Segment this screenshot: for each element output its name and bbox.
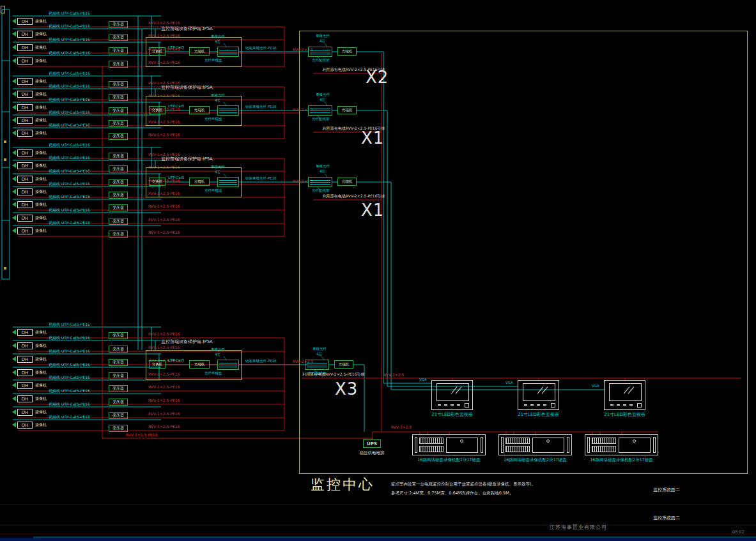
camera-node-icon	[12, 409, 16, 415]
dvr-power-button-icon	[460, 439, 463, 443]
fiber-terminal-box	[217, 360, 239, 370]
monitor-control-icon	[623, 404, 626, 406]
receiver-id: X1	[361, 130, 384, 146]
camera-node-icon	[12, 383, 16, 388]
monitor-control-icon	[451, 404, 454, 406]
transformer: 变压器	[109, 204, 128, 211]
protection-box-title: 监控前端设备保护箱:IP5A	[161, 157, 213, 162]
ups-caption: 稳压供电电源	[349, 451, 395, 455]
video-cable-label: 视频线 UTP-Cat5-PE16	[49, 389, 90, 393]
optical-transceiver: 光端机	[189, 178, 210, 186]
camera-label: 摄像机	[35, 229, 47, 232]
fiber-tray-lines-icon	[310, 179, 330, 185]
fiber-label-1: 单模光纤	[316, 93, 330, 97]
transformer: 变压器	[109, 165, 128, 172]
monitor-control-icon	[617, 404, 620, 406]
dvr-label: 16路网络硬盘录像机配2块1T硬盘	[405, 458, 493, 462]
camera-node-icon	[12, 19, 16, 24]
dvr-vent-icon	[592, 438, 616, 444]
monitor-power-led-icon	[465, 403, 469, 408]
optical-transceiver: 光端机	[189, 360, 210, 369]
camera-node-icon	[12, 79, 16, 84]
power-cable-label: RVV-1×2.5-PE16	[148, 399, 180, 402]
video-cable-label: 视频线 UTP-Cat5-PE16	[49, 143, 90, 147]
dvr-side-rail-icon	[501, 437, 504, 453]
dvr-side-rail-icon	[653, 437, 656, 453]
transformer: 变压器	[109, 153, 128, 160]
power-cable-label: RVV-1×2.5-PE16	[148, 218, 180, 222]
video-cable-label: 视频线 UTP-Cat5-PE16	[49, 110, 90, 114]
switch-device: 交换机	[149, 47, 166, 56]
transformer: 变压器	[109, 359, 128, 366]
dvr-power-button-icon	[633, 439, 636, 443]
transformer: 变压器	[109, 231, 128, 238]
video-cable-label: 视频线 UTP-Cat5-PE16	[49, 11, 90, 15]
camera-node-icon	[12, 202, 16, 207]
transformer: 变压器	[109, 120, 128, 127]
monitor-label: 21寸LED彩色监视器	[422, 413, 482, 417]
camera-label: 摄像机	[35, 190, 47, 194]
fiber-tray-lines-icon	[219, 49, 237, 55]
fiber-terminal-box	[217, 47, 239, 57]
monitor-power-bus-label: RVV-3×2.5	[383, 373, 404, 377]
protection-box-title: 监控前端设备保护箱:IP5A	[161, 340, 213, 344]
fiber-label-2: 4芯	[215, 40, 220, 44]
video-cable-label: 视频线 UTP-Cat5-PE16	[49, 349, 90, 353]
video-cable-label: 视频线 UTP-Cat5-PE16	[49, 84, 90, 88]
monitor-screen-icon	[523, 383, 555, 401]
video-cable-label: 视频线 UTP-Cat5-PE16	[49, 98, 90, 102]
monitor	[604, 380, 645, 410]
camera-symbol: OH	[17, 356, 33, 363]
camera-symbol: OH	[17, 409, 33, 416]
camera-label: 摄像机	[35, 92, 47, 96]
power-cable-label: RVV-1×2.5-PE16	[148, 231, 180, 234]
power-cable-label: RVV-1×2.5-PE16	[148, 133, 180, 137]
transformer: 变压器	[109, 94, 128, 101]
camera-label: 摄像机	[35, 330, 47, 334]
monitor-control-icon	[610, 404, 613, 406]
fiber-tray-lines-icon	[219, 107, 237, 114]
transformer: 变压器	[109, 107, 128, 114]
fiber-box-label: 光纤终端盒	[204, 118, 222, 121]
dvr-side-rail-icon	[481, 437, 483, 453]
camera-label: 摄像机	[35, 177, 47, 181]
optical-transceiver: 光端机	[334, 360, 353, 369]
monitor-control-icon	[543, 404, 546, 406]
video-cable-label: 视频线 UTP-Cat5-PE16	[49, 336, 90, 340]
uplink-cable-label: 铠装单模光纤-PE16	[245, 105, 277, 109]
power-cable-label: RVV-1×2.5-PE16	[148, 425, 180, 429]
video-cable-label: 视频线 UTP-Cat5-PE16	[49, 51, 90, 55]
video-cable-label: 视频线 UTP-Cat5-PE16	[49, 376, 90, 379]
camera-symbol: OH	[17, 342, 33, 349]
fiber-patch-device	[308, 177, 332, 187]
uplink-cable-label: 铠装单模光纤-PE16	[245, 360, 277, 363]
fiber-label-1: 单模光纤	[211, 35, 225, 39]
camera-node-icon	[12, 330, 16, 335]
reuse-cable-note: 利用原有电缆RVV-2×2.5-PE16引接	[323, 126, 385, 130]
camera-label: 摄像机	[35, 45, 47, 49]
optical-transceiver: 光端机	[189, 47, 210, 56]
video-cable-label: 视频线 UTP-Cat5-PE16	[49, 208, 90, 212]
sheet-label-2: 监控系统图二	[653, 516, 680, 521]
fiber-terminal-box	[217, 177, 239, 187]
dvr-power-bus-label: RVV-3×2.5	[391, 425, 412, 429]
fiber-box-label: 光纤终端盒	[204, 59, 222, 63]
video-cable-label: 视频线 UTP-Cat5-PE16	[49, 169, 90, 173]
monitor	[431, 380, 473, 410]
switch-device: 交换机	[149, 106, 166, 114]
bottom-border-strip	[0, 538, 756, 541]
camera-symbol: OH	[17, 329, 33, 336]
camera-node-icon	[12, 150, 16, 155]
reuse-cable-note: 利用原有电缆RVV-2×2.5-PE16引接	[302, 372, 364, 376]
protection-box-title: 监控前端设备保护箱:IP5A	[161, 86, 213, 90]
fiber-patch-device	[305, 360, 329, 370]
video-cable-label: 视频线 UTP-Cat5-PE16	[49, 363, 90, 367]
transformer: 变压器	[109, 385, 128, 392]
video-cable-label: 视频线 UTP-Cat5-PE16	[49, 182, 90, 186]
camera-label: 摄像机	[35, 19, 47, 23]
fiber-label-2: 4芯	[215, 353, 220, 357]
utp-cable-label: UTP-Cat5	[168, 176, 184, 180]
camera-label: 摄像机	[35, 344, 47, 347]
reuse-cable-note: 利用原有电缆RVV-2×2.5-PE16引接	[323, 68, 385, 72]
ups-feed-cable-label: RVV-3×1.5-PE16	[126, 433, 157, 437]
